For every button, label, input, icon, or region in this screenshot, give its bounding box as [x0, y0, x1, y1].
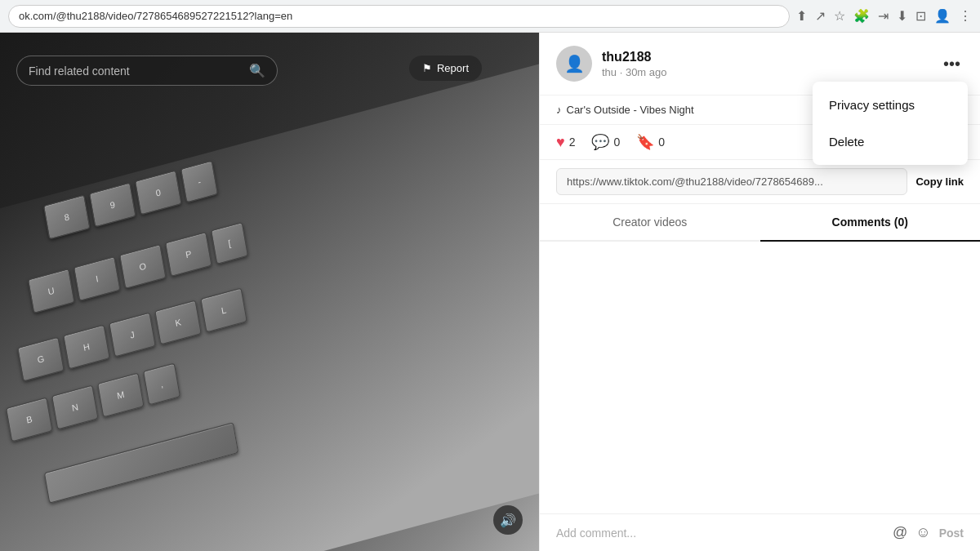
search-button[interactable]: 🔍 [249, 63, 265, 78]
key-b: B [6, 397, 53, 442]
dropdown-delete[interactable]: Delete [813, 123, 968, 160]
tabs-row: Creator videos Comments (0) [540, 204, 980, 242]
tab-comments[interactable]: Comments (0) [760, 204, 981, 242]
key-minus: - [180, 161, 218, 203]
at-button[interactable]: @ [893, 524, 907, 541]
search-input[interactable] [29, 64, 243, 78]
download-icon[interactable]: ⬇ [897, 8, 907, 24]
menu-icon[interactable]: ⋮ [959, 8, 972, 24]
key-9: 9 [89, 183, 136, 228]
comment-item: 💬 0 [591, 133, 620, 151]
dropdown-menu: Privacy settings Delete [813, 82, 968, 165]
avatar-icon: 👤 [564, 54, 585, 73]
key-n: N [51, 384, 99, 429]
at-icon: @ [893, 524, 907, 540]
key-space [44, 422, 238, 504]
more-options-button[interactable]: ••• [940, 51, 964, 77]
video-visual: G H J K L U I O P [ B N M , 8 9 [0, 33, 539, 551]
volume-icon: 🔊 [500, 513, 516, 528]
video-area: G H J K L U I O P [ B N M , 8 9 [0, 33, 539, 551]
share-icon[interactable]: ↗ [815, 8, 826, 24]
comment-count: 0 [613, 136, 620, 149]
extension-icon[interactable]: 🧩 [853, 8, 870, 24]
emoji-button[interactable]: ☺ [915, 524, 930, 541]
key-0: 0 [135, 171, 182, 216]
key-u: U [28, 269, 75, 313]
share-link-box: https://www.tiktok.com/@thu2188/video/72… [556, 168, 907, 195]
post-time: thu · 30m ago [602, 66, 667, 78]
upload-icon[interactable]: ⬆ [796, 8, 807, 24]
bookmark-icon[interactable]: 🔖 [636, 133, 654, 151]
comments-area [540, 242, 980, 513]
key-m: M [97, 372, 145, 417]
share-link-row: https://www.tiktok.com/@thu2188/video/72… [540, 160, 980, 204]
report-button[interactable]: ⚑ Report [409, 56, 482, 81]
heart-count: 2 [569, 136, 576, 149]
bookmark-count: 0 [658, 136, 665, 149]
key-comma: , [143, 362, 180, 405]
report-flag-icon: ⚑ [422, 62, 432, 74]
song-title: Car's Outside - Vibes Night [567, 104, 694, 116]
key-h: H [63, 325, 110, 370]
heart-item: ♥ 2 [556, 134, 575, 151]
key-o: O [119, 244, 167, 289]
dropdown-privacy-settings[interactable]: Privacy settings [813, 87, 968, 123]
creator-videos-label: Creator videos [612, 216, 687, 229]
key-p: P [165, 232, 212, 277]
heart-icon[interactable]: ♥ [556, 134, 565, 151]
search-bar: 🔍 [16, 56, 278, 86]
window-icon[interactable]: ⊡ [915, 8, 926, 24]
comment-icon[interactable]: 💬 [591, 133, 609, 151]
music-note-icon: ♪ [556, 104, 562, 116]
url-text: ok.com/@thu2188/video/727865468952722151… [19, 10, 292, 22]
comments-label: Comments (0) [832, 216, 908, 229]
url-bar[interactable]: ok.com/@thu2188/video/727865468952722151… [8, 5, 790, 28]
key-l: L [200, 288, 247, 333]
avatar: 👤 [556, 46, 592, 82]
key-j: J [109, 313, 156, 358]
report-label: Report [437, 62, 469, 74]
user-left: 👤 thu2188 thu · 30m ago [556, 46, 667, 82]
username: thu2188 [602, 50, 667, 64]
right-panel: 👤 thu2188 thu · 30m ago ••• ♪ Car's Outs… [539, 33, 980, 551]
main-container: G H J K L U I O P [ B N M , 8 9 [0, 33, 980, 551]
key-g: G [17, 337, 65, 382]
ellipsis-icon: ••• [943, 55, 960, 73]
key-i: I [74, 256, 121, 301]
comment-input[interactable] [556, 527, 884, 540]
user-details: thu2188 thu · 30m ago [602, 50, 667, 78]
profile-icon[interactable]: 👤 [934, 8, 951, 24]
browser-bar: ok.com/@thu2188/video/727865468952722151… [0, 0, 980, 33]
star-icon[interactable]: ☆ [834, 8, 845, 24]
bookmark-item: 🔖 0 [636, 133, 665, 151]
browser-icons: ⬆ ↗ ☆ 🧩 ⇥ ⬇ ⊡ 👤 ⋮ [796, 8, 972, 24]
tab-creator-videos[interactable]: Creator videos [540, 204, 760, 242]
copy-link-button[interactable]: Copy link [915, 176, 964, 188]
emoji-icon: ☺ [915, 524, 930, 540]
key-k: K [154, 300, 202, 345]
comment-input-row: @ ☺ Post [540, 513, 980, 551]
post-button[interactable]: Post [939, 527, 964, 540]
key-8: 8 [43, 195, 91, 240]
key-bracket: [ [211, 222, 248, 264]
volume-button[interactable]: 🔊 [493, 505, 523, 535]
tab-icon[interactable]: ⇥ [878, 8, 889, 24]
